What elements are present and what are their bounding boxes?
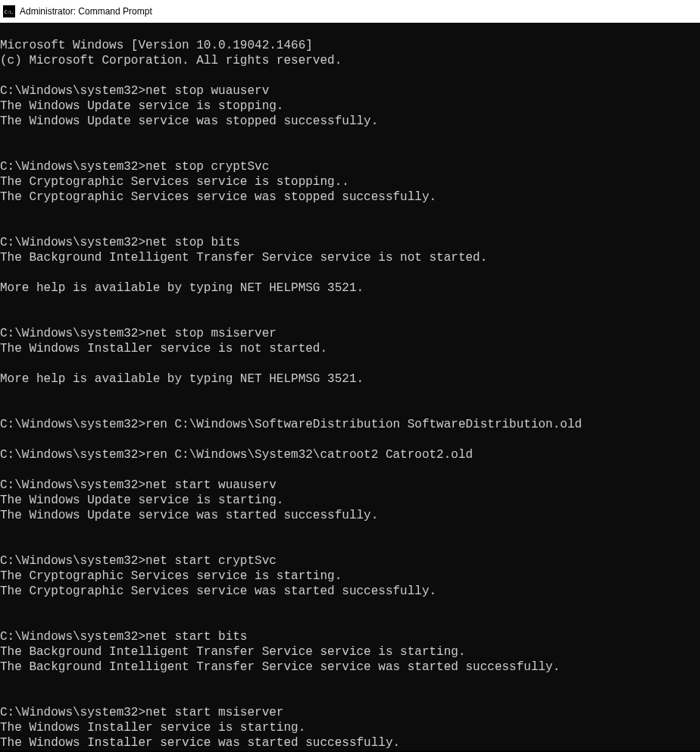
terminal-line: Microsoft Windows [Version 10.0.19042.14… <box>0 38 700 53</box>
cmd-icon: C:\. <box>3 5 15 17</box>
terminal-line <box>0 387 700 402</box>
terminal-line <box>0 402 700 417</box>
terminal-line <box>0 68 700 83</box>
terminal-line: The Windows Installer service is startin… <box>0 720 700 735</box>
terminal-line <box>0 129 700 144</box>
terminal-line: The Cryptographic Services service was s… <box>0 584 700 599</box>
terminal-line: The Cryptographic Services service was s… <box>0 190 700 205</box>
terminal-line: The Windows Update service is starting. <box>0 493 700 508</box>
terminal-line: The Cryptographic Services service is st… <box>0 174 700 190</box>
terminal-line: The Windows Installer service is not sta… <box>0 341 700 356</box>
terminal-line <box>0 205 700 220</box>
terminal-line <box>0 614 700 629</box>
terminal-line <box>0 599 700 614</box>
terminal-line <box>0 144 700 159</box>
terminal-line <box>0 356 700 371</box>
terminal-line: C:\Windows\system32>net start cryptSvc <box>0 553 700 569</box>
terminal-line <box>0 311 700 326</box>
terminal-line: C:\Windows\system32>net start wuauserv <box>0 478 700 493</box>
terminal-line: The Windows Update service was started s… <box>0 508 700 523</box>
terminal-line <box>0 220 700 235</box>
terminal-line: The Background Intelligent Transfer Serv… <box>0 250 700 265</box>
terminal-line: The Windows Installer service was starte… <box>0 735 700 750</box>
terminal-line <box>0 432 700 447</box>
terminal-output[interactable]: Microsoft Windows [Version 10.0.19042.14… <box>0 23 700 750</box>
terminal-line <box>0 675 700 690</box>
window-titlebar[interactable]: C:\. Administrator: Command Prompt <box>0 0 700 23</box>
terminal-line: C:\Windows\system32>net start bits <box>0 629 700 644</box>
terminal-line: C:\Windows\system32>net start msiserver <box>0 705 700 720</box>
terminal-line: The Background Intelligent Transfer Serv… <box>0 644 700 660</box>
terminal-line: The Windows Update service was stopped s… <box>0 114 700 129</box>
terminal-line: C:\Windows\system32>ren C:\Windows\Syste… <box>0 447 700 462</box>
terminal-line: C:\Windows\system32>net stop msiserver <box>0 326 700 341</box>
terminal-line <box>0 690 700 705</box>
window-title: Administrator: Command Prompt <box>20 6 152 17</box>
terminal-line: C:\Windows\system32>net stop cryptSvc <box>0 159 700 174</box>
terminal-line: The Windows Update service is stopping. <box>0 99 700 114</box>
terminal-line: C:\Windows\system32>net stop wuauserv <box>0 83 700 99</box>
terminal-line: C:\Windows\system32>ren C:\Windows\Softw… <box>0 417 700 432</box>
terminal-line: (c) Microsoft Corporation. All rights re… <box>0 53 700 68</box>
terminal-line: More help is available by typing NET HEL… <box>0 280 700 296</box>
terminal-line <box>0 265 700 280</box>
terminal-line: C:\Windows\system32>net stop bits <box>0 235 700 250</box>
terminal-line <box>0 538 700 553</box>
terminal-line <box>0 296 700 311</box>
terminal-line: More help is available by typing NET HEL… <box>0 371 700 387</box>
terminal-line: The Cryptographic Services service is st… <box>0 569 700 584</box>
terminal-line <box>0 523 700 538</box>
terminal-line: The Background Intelligent Transfer Serv… <box>0 660 700 675</box>
terminal-line <box>0 462 700 478</box>
